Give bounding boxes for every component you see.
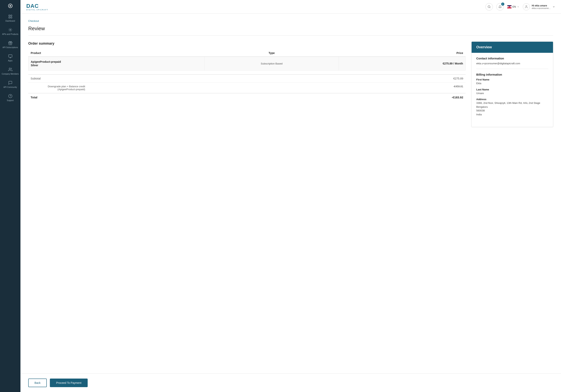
svg-rect-7	[11, 17, 12, 18]
user-email: ekta.u+pconsume...	[532, 7, 550, 9]
contact-email: ekta.u+pconsumer@digitalapicraft.com	[476, 62, 548, 65]
svg-rect-9	[8, 55, 12, 57]
sidebar-item-dashboard[interactable]: Dashboard	[0, 12, 21, 25]
sidebar-item-apis[interactable]: APIs and Products	[0, 25, 21, 38]
billing-address: Address 3366, 2nd floor, Shivajoyti, 13t…	[476, 98, 548, 116]
billing-first-name: First Name Ekta	[476, 78, 548, 85]
product-type-cell: Subscription Based	[205, 57, 339, 71]
topbar-right: 0 EN Hi ekta umare ekta.u+pcons	[485, 3, 555, 11]
checkout-layout: Order summary Product Type Price ApigeeP…	[28, 42, 553, 127]
table-row: ApigeeProduct-prepaid Silver Subscriptio…	[28, 57, 465, 71]
svg-line-14	[490, 7, 490, 8]
user-section[interactable]: Hi ekta umare ekta.u+pconsume...	[523, 3, 555, 10]
logo-sub: DIGITAL APICRAFT	[26, 9, 48, 11]
avatar	[523, 3, 530, 10]
overview-title: Overview	[476, 45, 548, 49]
sidebar-item-company[interactable]: Company Members	[0, 65, 21, 78]
address-line4: India	[476, 113, 548, 117]
sidebar: Dashboard APIs and Products API Subscrip…	[0, 0, 21, 392]
col-header-price: Price	[339, 49, 465, 57]
chevron-down-icon	[517, 6, 519, 8]
sidebar-item-community[interactable]: API Community	[0, 78, 21, 91]
main-area: DAC DIGITAL APICRAFT 0 EN	[21, 0, 561, 392]
checkout-footer: Back Proceed To Payment	[21, 373, 561, 392]
svg-point-13	[488, 6, 490, 8]
notifications-button[interactable]: 0	[496, 3, 504, 11]
sidebar-item-subscriptions[interactable]: API Subscriptions	[0, 38, 21, 51]
discount-row: Downgrade plan + Balance credit (ApigeeP…	[28, 83, 465, 93]
subtotal-row: Subtotal €275.89	[28, 75, 465, 83]
user-info: Hi ekta umare ekta.u+pconsume...	[532, 4, 550, 9]
svg-point-10	[9, 68, 10, 69]
proceed-to-payment-button[interactable]: Proceed To Payment	[50, 379, 88, 387]
content-area: Checkout Review Order summary Product Ty…	[21, 14, 561, 373]
breadcrumb[interactable]: Checkout	[28, 20, 553, 22]
contact-section: Contact information ekta.u+pconsumer@dig…	[476, 57, 548, 69]
back-button[interactable]: Back	[28, 379, 47, 387]
product-price-cell: €275.89 / Month	[339, 57, 465, 71]
svg-point-8	[10, 29, 11, 30]
total-row: Total -€183.92	[28, 93, 465, 101]
address-line3: 560038	[476, 109, 548, 113]
sidebar-item-apps[interactable]: Apps	[0, 51, 21, 65]
overview-body: Contact information ekta.u+pconsumer@dig…	[472, 53, 553, 127]
col-header-product: Product	[28, 49, 205, 57]
address-line1: 3366, 2nd floor, Shivajoyti, 13th Main R…	[476, 101, 548, 105]
page-title: Review	[28, 25, 553, 36]
svg-point-15	[526, 5, 527, 7]
billing-section-title: Billing information	[476, 73, 548, 76]
col-header-type: Type	[205, 49, 339, 57]
notification-badge: 0	[501, 2, 504, 6]
sidebar-item-support[interactable]: Support	[0, 91, 21, 104]
logo-text: DAC	[26, 3, 48, 9]
order-summary-title: Order summary	[28, 42, 465, 46]
logo-area: DAC DIGITAL APICRAFT	[26, 3, 48, 11]
user-greeting: Hi ekta umare	[532, 4, 550, 7]
address-line2: Bengaluru	[476, 105, 548, 109]
topbar: DAC DIGITAL APICRAFT 0 EN	[21, 0, 561, 14]
product-name-cell: ApigeeProduct-prepaid Silver	[28, 57, 205, 71]
contact-section-title: Contact information	[476, 57, 548, 60]
menu-icon[interactable]	[0, 0, 21, 12]
search-button[interactable]	[485, 3, 493, 11]
overview-card: Overview Contact information ekta.u+pcon…	[471, 42, 553, 127]
totals-section: Subtotal €275.89 Downgrade plan + Balanc…	[28, 75, 465, 101]
billing-section: Billing information First Name Ekta Last…	[476, 73, 548, 123]
order-table: Product Type Price ApigeeProduct-prepaid…	[28, 49, 465, 71]
overview-header: Overview	[472, 42, 553, 53]
billing-last-name: Last Name Umare	[476, 88, 548, 95]
user-dropdown-icon	[552, 5, 555, 8]
flag-icon	[507, 5, 512, 8]
order-section: Order summary Product Type Price ApigeeP…	[28, 42, 465, 101]
language-selector[interactable]: EN	[507, 5, 519, 8]
svg-rect-5	[11, 15, 12, 16]
svg-rect-4	[9, 15, 10, 16]
svg-point-11	[8, 94, 12, 98]
svg-rect-6	[9, 17, 10, 18]
